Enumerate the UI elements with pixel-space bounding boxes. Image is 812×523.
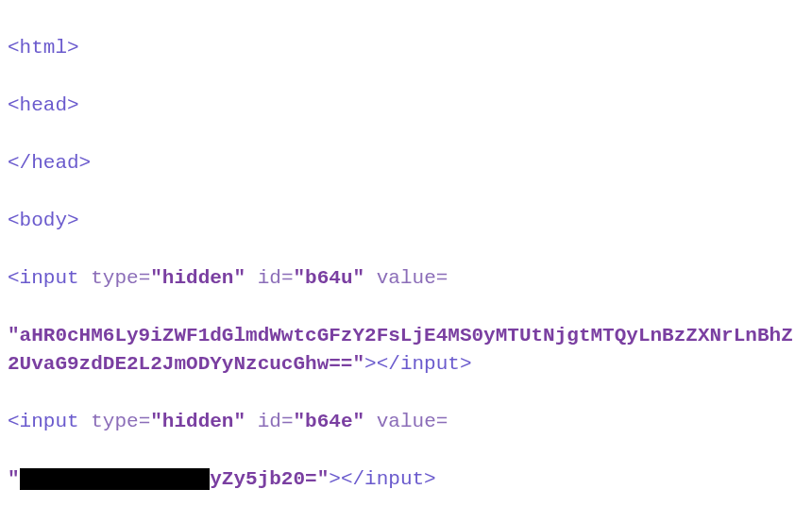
tag-head-close: </head> xyxy=(8,152,91,174)
redacted-block xyxy=(20,468,211,490)
tag-body-open: <body> xyxy=(8,210,79,231)
input2-line1: <input type="hidden" id="b64e" value= xyxy=(8,408,804,436)
code-snippet: <html> <head> </head> <body> <input type… xyxy=(0,0,812,523)
input1-value: "aHR0cHM6Ly9iZWF1dGlmdWwtcGFzY2FsLjE4MS0… xyxy=(8,322,804,380)
tag-head-open: <head> xyxy=(8,94,79,116)
input1-line1: <input type="hidden" id="b64u" value= xyxy=(8,264,804,293)
input2-value: " yZy5jb20="></input> xyxy=(8,465,804,494)
tag-html-open: <html> xyxy=(8,37,79,59)
